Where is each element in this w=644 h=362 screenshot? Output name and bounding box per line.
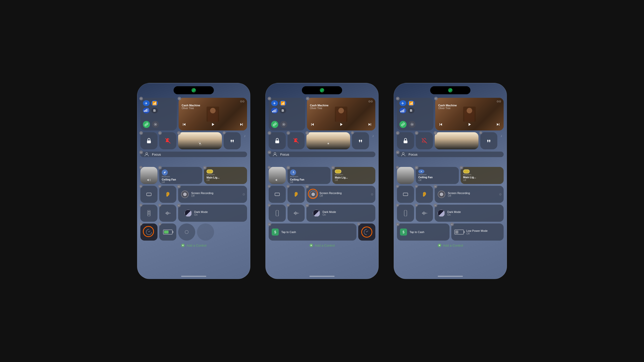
silent-mode-btn-2[interactable]	[288, 132, 305, 149]
minus-badge-bright-3[interactable]: −	[434, 131, 437, 135]
screen-rec-tile-3[interactable]: Screen Recording Off	[438, 186, 501, 203]
screen-lock-btn[interactable]	[140, 132, 157, 149]
minus-badge-fan[interactable]: −	[158, 166, 162, 169]
play-btn-2[interactable]	[338, 121, 345, 128]
main-light-tile-3[interactable]: Bedroom Main Lig... Off	[461, 167, 504, 184]
circle-ctrl-2[interactable]	[197, 223, 214, 241]
focus-green-btn-2[interactable]	[271, 121, 278, 128]
add-control-2[interactable]: Add a Control	[269, 242, 375, 248]
rewind-icon-2[interactable]	[310, 122, 315, 127]
minus-badge-hearing-3[interactable]: −	[415, 185, 418, 188]
now-playing-tile-1[interactable]: − ⊙⊙ Cash Machine Oliver Tree	[179, 98, 247, 130]
add-control-1[interactable]: Add a Control	[140, 242, 247, 248]
ceiling-fan-tile-2[interactable]: Bedroom Ceiling Fan Off	[288, 167, 331, 184]
minus-badge-sound[interactable]: −	[158, 204, 161, 207]
rewind-icon-3[interactable]	[438, 122, 443, 127]
remote-btn[interactable]	[140, 205, 157, 222]
now-playing-tile-3[interactable]: − ⊙⊙ Cash Machine Oliver Tree	[435, 98, 504, 130]
sound-recognition-btn-3[interactable]	[416, 205, 433, 222]
bluetooth-btn-2[interactable]: B	[279, 108, 286, 113]
add-control-3[interactable]: Add a Control	[397, 242, 504, 248]
dark-mode-tile[interactable]: Dark Mode On	[182, 210, 244, 217]
fastforward-icon-2[interactable]	[367, 122, 372, 127]
sound-recognition-btn[interactable]	[159, 205, 176, 222]
minus-badge[interactable]: −	[139, 97, 143, 100]
minus-badge-bell[interactable]: −	[158, 131, 162, 135]
minus-badge-focus[interactable]: −	[139, 151, 143, 154]
tap-cash-tile-2[interactable]: − $ Tap to Cash	[269, 223, 356, 241]
minus-badge-np-3[interactable]: −	[434, 97, 438, 100]
minus-badge-remote-2[interactable]: −	[268, 204, 271, 207]
dark-mode-tile-2[interactable]: Dark Mode On	[310, 205, 372, 222]
dark-mode-tile-3[interactable]: Dark Mode On	[435, 205, 504, 222]
volume-slider-3[interactable]	[397, 167, 414, 184]
airplane-mode-btn[interactable]: ✈	[143, 100, 150, 106]
audio-devices-btn-3[interactable]	[480, 132, 497, 149]
focus-green-btn[interactable]	[143, 121, 150, 128]
airplane-mode-btn-3[interactable]: ✈	[399, 100, 406, 106]
focus-btn-2[interactable]: Focus	[269, 152, 375, 157]
minus-badge-tap-2[interactable]: −	[268, 222, 271, 226]
play-btn[interactable]	[209, 121, 216, 128]
hearing-btn[interactable]: 👂	[159, 186, 176, 203]
screen-mirror-btn-3[interactable]	[397, 186, 414, 203]
ceiling-fan-tile[interactable]: Bedroom Ceiling Fan Off	[159, 167, 202, 184]
circle-ctrl-1[interactable]	[178, 223, 195, 241]
hearing-btn-3[interactable]: 👂	[416, 186, 433, 203]
minus-badge-sr[interactable]: −	[177, 185, 181, 188]
minus-badge-vol-2[interactable]: −	[268, 166, 271, 169]
minus-badge-sound-3[interactable]: −	[415, 204, 418, 207]
minus-badge-bright-2[interactable]: −	[305, 131, 309, 135]
audio-devices-btn[interactable]	[224, 132, 241, 149]
minus-badge-tap-3[interactable]: −	[396, 222, 399, 226]
sound-recognition-btn-2[interactable]	[288, 205, 305, 222]
battery-btn[interactable]	[159, 223, 176, 241]
low-power-swirl-2[interactable]	[358, 223, 375, 241]
minus-badge-audio-2[interactable]: −	[351, 131, 354, 134]
rewind-icon[interactable]	[182, 122, 187, 127]
screen-mirror-btn[interactable]	[140, 186, 157, 203]
minus-badge-fan-3[interactable]: −	[415, 166, 418, 169]
minus-badge-lock-3[interactable]: −	[396, 131, 399, 135]
minus-badge-lp-2[interactable]: −	[357, 222, 360, 225]
minus-badge-sound-2[interactable]: −	[287, 204, 290, 207]
bluetooth-btn[interactable]: B	[151, 108, 158, 113]
wifi-btn-2[interactable]: 📶	[279, 100, 286, 106]
screen-rec-tile-2[interactable]: Screen Recording Off	[306, 186, 375, 203]
screen-rec-tile[interactable]: Screen Recording Off	[181, 191, 244, 198]
minus-badge-batt[interactable]: −	[158, 222, 161, 225]
minus-badge-light-3[interactable]: −	[460, 166, 463, 169]
minus-badge-3[interactable]: −	[396, 97, 399, 100]
focus-green-btn-3[interactable]	[399, 121, 407, 128]
minus-badge-vol[interactable]: −	[139, 166, 142, 169]
extra-control-btn[interactable]	[152, 121, 159, 128]
minus-badge-lp-3[interactable]: −	[450, 222, 454, 226]
brightness-slider-2[interactable]: ♡	[306, 132, 350, 149]
wifi-btn-3[interactable]: 📶	[408, 100, 415, 106]
minus-badge-focus-2[interactable]: −	[268, 151, 271, 154]
silent-mode-btn[interactable]	[159, 132, 176, 149]
bluetooth-btn-3[interactable]: B	[408, 108, 415, 113]
minus-badge-sr-2[interactable]: −	[305, 185, 309, 188]
screen-lock-btn-3[interactable]	[397, 132, 414, 149]
minus-badge-light[interactable]: −	[203, 166, 207, 169]
minus-badge-hearing-2[interactable]: −	[287, 185, 290, 188]
fastforward-icon[interactable]	[239, 122, 244, 127]
minus-badge-tc1[interactable]: −	[139, 222, 142, 225]
minus-badge-bell-3[interactable]: −	[415, 131, 418, 135]
cellular-btn-2[interactable]	[271, 108, 278, 113]
brightness-slider[interactable]: ♡	[178, 132, 222, 149]
minus-badge-dm[interactable]: −	[177, 204, 181, 207]
minus-badge-hearing[interactable]: −	[158, 185, 161, 188]
minus-badge-2[interactable]: −	[268, 97, 271, 100]
ceiling-fan-tile-3[interactable]: Bedroom Ceiling Fan Off	[416, 167, 459, 184]
low-power-tile-3[interactable]: − Low Power Mode Off	[451, 223, 504, 241]
cellular-btn[interactable]	[143, 108, 150, 113]
minus-badge-audio[interactable]: −	[223, 131, 226, 134]
minus-badge-audio-3[interactable]: −	[479, 131, 482, 134]
focus-btn-3[interactable]: Focus	[397, 152, 504, 157]
hearing-btn-2[interactable]: 👂	[288, 186, 305, 203]
minus-badge-bright[interactable]: −	[177, 131, 181, 135]
brightness-slider-3[interactable]: ♡	[435, 132, 478, 149]
minus-badge-mirror-2[interactable]: −	[268, 185, 271, 188]
